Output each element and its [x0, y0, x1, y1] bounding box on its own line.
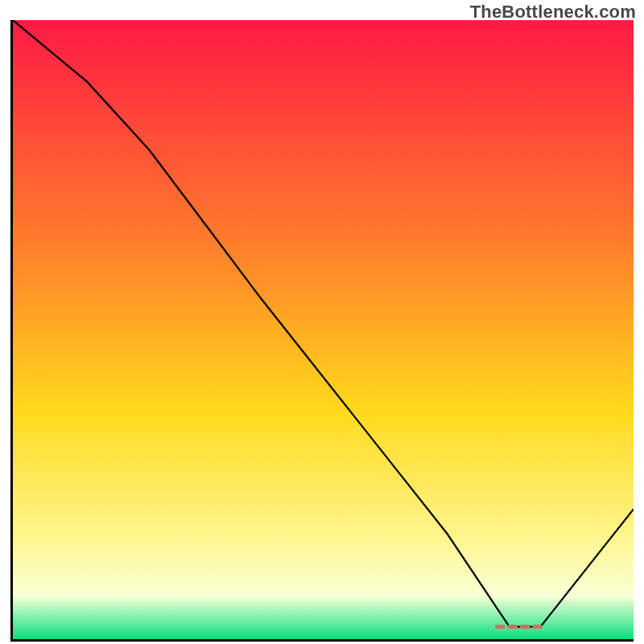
chart-canvas: TheBottleneck.com: [0, 0, 644, 644]
plot-area: [10, 20, 634, 642]
gradient-background: [13, 20, 634, 639]
plot-svg: [13, 20, 634, 639]
